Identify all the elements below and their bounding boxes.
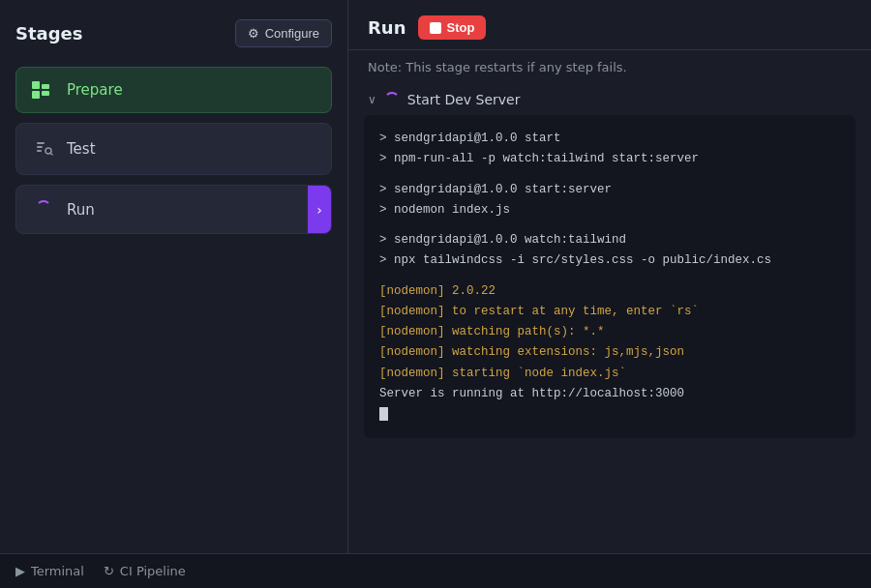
terminal-line: > nodemon index.js [379, 200, 840, 220]
step-chevron-icon: ∨ [368, 93, 376, 106]
stage-item-test[interactable]: Test [15, 123, 332, 175]
terminal-icon: ▶ [15, 564, 25, 578]
step-spinner-icon [384, 92, 400, 107]
svg-rect-2 [37, 150, 42, 152]
stop-button[interactable]: Stop [418, 15, 487, 40]
terminal-line: > npx tailwindcss -i src/styles.css -o p… [379, 250, 840, 271]
stage-test-label: Test [67, 140, 315, 158]
step-label: Start Dev Server [407, 92, 521, 107]
sidebar-title: Stages [15, 23, 83, 44]
terminal-line: [nodemon] watching extensions: js,mjs,js… [379, 342, 840, 363]
configure-label: Configure [265, 26, 319, 41]
run-chevron-icon: › [308, 186, 331, 233]
terminal-line: [nodemon] 2.0.22 [379, 281, 840, 302]
stop-label: Stop [447, 20, 475, 35]
terminal-line: [nodemon] watching path(s): *.* [379, 322, 840, 342]
run-panel: Run Stop Note: This stage restarts if an… [348, 0, 871, 553]
svg-rect-0 [37, 142, 45, 144]
ci-pipeline-icon: ↻ [104, 564, 114, 578]
stop-icon [430, 22, 441, 34]
terminal-line: > sendgridapi@1.0.0 watch:tailwind [379, 230, 840, 250]
cursor-block [379, 407, 388, 421]
run-title: Run [368, 17, 406, 38]
prepare-icon [32, 81, 55, 99]
run-note: Note: This stage restarts if any step fa… [348, 50, 871, 84]
svg-line-4 [50, 153, 52, 155]
tab-ci-pipeline[interactable]: ↻ CI Pipeline [104, 564, 186, 578]
terminal-line: > sendgridapi@1.0.0 start:server [379, 180, 840, 200]
terminal-line: > sendgridapi@1.0.0 start [379, 129, 840, 149]
bottom-bar: ▶ Terminal ↻ CI Pipeline [0, 553, 871, 588]
stage-item-prepare[interactable]: Prepare [15, 67, 332, 113]
stage-prepare-label: Prepare [67, 81, 315, 99]
sidebar: Stages ⚙ Configure Prepare [0, 0, 348, 553]
configure-button[interactable]: ⚙ Configure [235, 19, 332, 47]
ci-pipeline-tab-label: CI Pipeline [120, 564, 186, 578]
run-spinner-icon [32, 199, 55, 220]
step-header: ∨ Start Dev Server [364, 84, 856, 115]
sidebar-header: Stages ⚙ Configure [15, 19, 332, 47]
run-header: Run Stop [348, 0, 871, 50]
stage-item-run[interactable]: Run › [15, 185, 332, 234]
terminal-line: [nodemon] to restart at any time, enter … [379, 302, 840, 322]
terminal-line: Server is running at http://localhost:30… [379, 384, 840, 404]
terminal-cursor [379, 404, 840, 425]
stage-run-label: Run [67, 201, 315, 219]
terminal-tab-label: Terminal [31, 564, 84, 578]
svg-rect-1 [37, 146, 43, 148]
terminal-output: > sendgridapi@1.0.0 start> npm-run-all -… [364, 115, 856, 438]
test-icon [32, 137, 55, 161]
terminal-container[interactable]: ∨ Start Dev Server > sendgridapi@1.0.0 s… [348, 84, 871, 553]
terminal-line: [nodemon] starting `node index.js` [379, 364, 840, 384]
tab-terminal[interactable]: ▶ Terminal [15, 564, 84, 578]
terminal-line: > npm-run-all -p watch:tailwind start:se… [379, 149, 840, 169]
gear-icon: ⚙ [248, 26, 259, 41]
